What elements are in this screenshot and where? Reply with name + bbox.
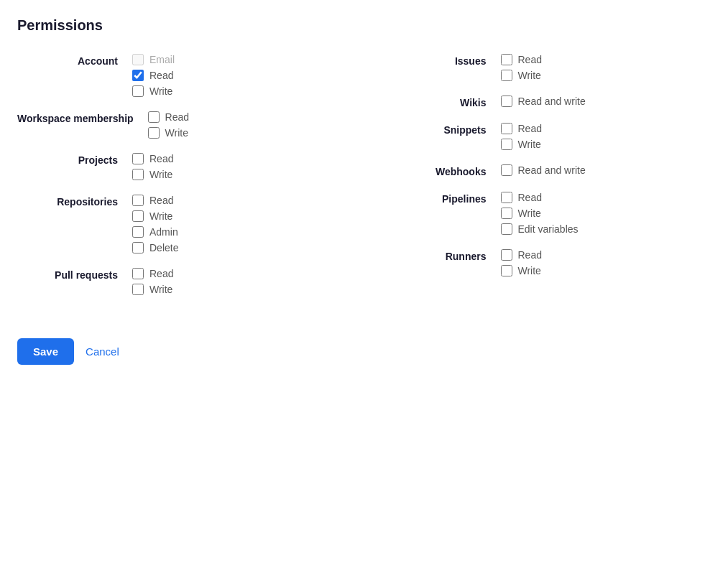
permission-section-label: Pipelines	[386, 192, 501, 205]
permission-row: Pull requestsReadWrite	[17, 268, 343, 295]
checkbox-label: Write	[518, 139, 541, 150]
checkbox-group: ReadWrite	[501, 54, 542, 81]
checkbox-label: Read	[149, 195, 173, 206]
permission-section-label: Repositories	[17, 195, 132, 208]
checkbox-input-repo-delete[interactable]	[132, 242, 144, 253]
permission-row: ProjectsReadWrite	[17, 153, 343, 180]
permission-section-label: Account	[17, 54, 132, 67]
checkbox-input-pr-read[interactable]	[132, 268, 144, 279]
permission-row: Workspace membershipReadWrite	[17, 111, 343, 139]
checkbox-input-run-read[interactable]	[501, 249, 512, 261]
permission-section-label: Projects	[17, 153, 132, 166]
checkbox-group: ReadWriteAdminDelete	[132, 195, 178, 253]
checkbox-item[interactable]: Read	[132, 195, 178, 206]
checkbox-input-ws-read[interactable]	[148, 111, 160, 123]
checkbox-group: ReadWrite	[501, 249, 542, 276]
checkbox-input-ws-write[interactable]	[148, 127, 160, 139]
checkbox-label: Delete	[149, 242, 178, 253]
checkbox-item[interactable]: Admin	[132, 226, 178, 238]
checkbox-label: Write	[149, 284, 172, 295]
right-column: IssuesReadWriteWikisRead and writeSnippe…	[386, 54, 711, 310]
checkbox-item[interactable]: Read	[132, 268, 173, 279]
checkbox-input-run-write[interactable]	[501, 265, 512, 276]
checkbox-item[interactable]: Email	[132, 54, 175, 65]
checkbox-input-acct-read[interactable]	[132, 70, 144, 81]
permission-row: WikisRead and write	[386, 96, 711, 108]
checkbox-input-acct-write[interactable]	[132, 85, 144, 97]
checkbox-input-acct-email[interactable]	[132, 54, 144, 65]
permission-section-label: Pull requests	[17, 268, 132, 281]
checkbox-label: Read and write	[518, 96, 586, 107]
checkbox-input-snip-write[interactable]	[501, 139, 512, 150]
checkbox-label: Write	[149, 85, 172, 97]
checkbox-label: Email	[149, 54, 175, 65]
checkbox-item[interactable]: Read and write	[501, 164, 586, 176]
checkbox-item[interactable]: Read	[148, 111, 189, 123]
permission-section-label: Wikis	[386, 96, 501, 108]
checkbox-item[interactable]: Write	[148, 127, 189, 139]
permission-row: WebhooksRead and write	[386, 164, 711, 177]
checkbox-input-repo-admin[interactable]	[132, 226, 144, 238]
checkbox-input-pipe-editvars[interactable]	[501, 223, 512, 235]
checkbox-item[interactable]: Edit variables	[501, 223, 579, 235]
permission-row: IssuesReadWrite	[386, 54, 711, 81]
checkbox-input-repo-write[interactable]	[132, 210, 144, 222]
checkbox-label: Read	[518, 54, 542, 65]
checkbox-item[interactable]: Read	[132, 153, 173, 164]
checkbox-input-wiki-rw[interactable]	[501, 96, 512, 107]
permission-section-label: Webhooks	[386, 164, 501, 177]
checkbox-item[interactable]: Read	[501, 249, 542, 261]
checkbox-input-repo-read[interactable]	[132, 195, 144, 206]
permission-section-label: Runners	[386, 249, 501, 262]
checkbox-label: Read	[518, 123, 542, 134]
checkbox-label: Write	[518, 70, 541, 81]
checkbox-label: Read	[518, 249, 542, 261]
checkbox-item[interactable]: Read and write	[501, 96, 586, 107]
checkbox-item[interactable]: Read	[501, 192, 579, 203]
checkbox-label: Read	[149, 70, 173, 81]
checkbox-item[interactable]: Delete	[132, 242, 178, 253]
checkbox-label: Read and write	[518, 164, 586, 176]
permission-row: PipelinesReadWriteEdit variables	[386, 192, 711, 235]
checkbox-item[interactable]: Write	[501, 139, 542, 150]
checkbox-item[interactable]: Write	[132, 169, 173, 180]
checkbox-item[interactable]: Write	[501, 208, 579, 219]
checkbox-item[interactable]: Write	[132, 284, 173, 295]
checkbox-item[interactable]: Read	[132, 70, 175, 81]
checkbox-group: Read and write	[501, 96, 586, 107]
checkbox-item[interactable]: Read	[501, 54, 542, 65]
checkbox-label: Write	[149, 210, 172, 222]
cancel-button[interactable]: Cancel	[86, 345, 119, 358]
checkbox-item[interactable]: Write	[132, 85, 175, 97]
checkbox-label: Read	[149, 153, 173, 164]
checkbox-label: Admin	[149, 226, 178, 238]
checkbox-group: ReadWrite	[148, 111, 189, 139]
checkbox-input-iss-write[interactable]	[501, 70, 512, 81]
checkbox-label: Write	[165, 127, 188, 139]
checkbox-label: Write	[149, 169, 172, 180]
checkbox-label: Read	[165, 111, 189, 123]
checkbox-input-wh-rw[interactable]	[501, 164, 512, 176]
checkbox-input-snip-read[interactable]	[501, 123, 512, 134]
permission-row: RunnersReadWrite	[386, 249, 711, 276]
checkbox-group: Read and write	[501, 164, 586, 176]
permission-section-label: Snippets	[386, 123, 501, 136]
checkbox-input-pipe-write[interactable]	[501, 208, 512, 219]
checkbox-item[interactable]: Read	[501, 123, 542, 134]
checkbox-group: EmailReadWrite	[132, 54, 175, 97]
checkbox-input-proj-write[interactable]	[132, 169, 144, 180]
checkbox-item[interactable]: Write	[501, 70, 542, 81]
checkbox-input-pr-write[interactable]	[132, 284, 144, 295]
checkbox-group: ReadWrite	[501, 123, 542, 150]
checkbox-label: Read	[149, 268, 173, 279]
checkbox-input-pipe-read[interactable]	[501, 192, 512, 203]
checkbox-label: Read	[518, 192, 542, 203]
permission-section-label: Issues	[386, 54, 501, 67]
checkbox-input-proj-read[interactable]	[132, 153, 144, 164]
checkbox-input-iss-read[interactable]	[501, 54, 512, 65]
save-button[interactable]: Save	[17, 338, 74, 365]
permission-row: AccountEmailReadWrite	[17, 54, 343, 97]
checkbox-item[interactable]: Write	[132, 210, 178, 222]
checkbox-item[interactable]: Write	[501, 265, 542, 276]
permission-row: SnippetsReadWrite	[386, 123, 711, 150]
